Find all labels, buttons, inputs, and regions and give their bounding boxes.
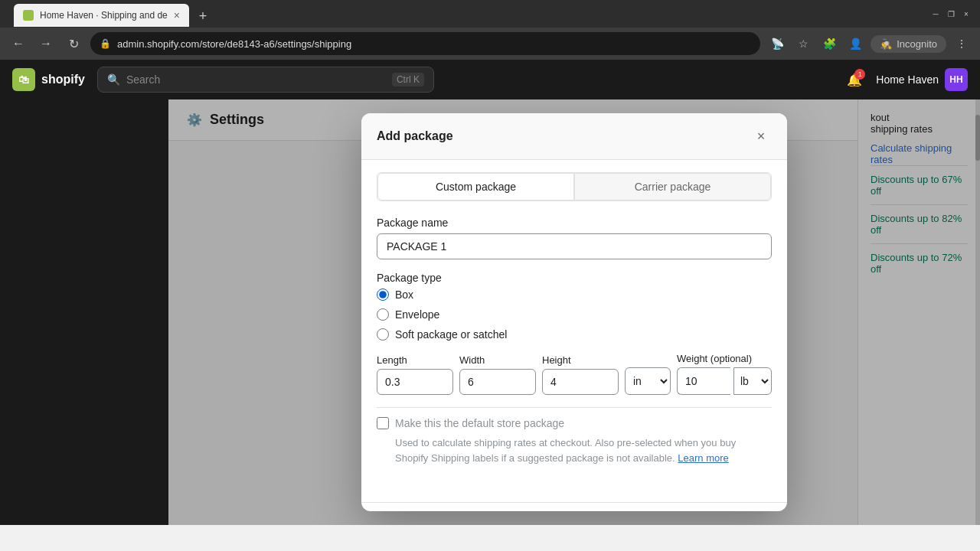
extensions-button[interactable]: 🧩 <box>818 33 840 54</box>
sidebar <box>0 99 168 525</box>
tab-close-button[interactable]: × <box>174 10 180 21</box>
header-search[interactable]: 🔍 Search Ctrl K <box>97 67 434 93</box>
shopify-bag-icon: 🛍 <box>18 73 29 86</box>
package-name-input[interactable] <box>377 233 772 259</box>
browser-chrome: Home Haven · Shipping and de × + ─ ❐ × ←… <box>0 0 980 60</box>
radio-soft-label: Soft package or satchel <box>395 328 507 341</box>
main-layout: ⚙️ Settings kout shipping rates Calculat… <box>0 99 980 525</box>
width-group: Width <box>459 354 536 395</box>
menu-button[interactable]: ⋮ <box>951 33 972 54</box>
weight-group: Weight (optional) lb kg oz <box>677 353 772 395</box>
height-label: Height <box>542 354 619 366</box>
back-button[interactable]: ← <box>8 33 29 54</box>
modal-overlay: Add package × Custom package Carrier pac… <box>168 99 980 525</box>
radio-item-soft[interactable]: Soft package or satchel <box>377 328 772 341</box>
bookmark-button[interactable]: ☆ <box>792 33 814 54</box>
shopify-header: 🛍 shopify 🔍 Search Ctrl K 🔔 1 Home Haven… <box>0 60 980 99</box>
modal-close-button[interactable]: × <box>750 126 772 147</box>
radio-envelope[interactable] <box>377 308 389 321</box>
package-name-group: Package name <box>377 217 772 259</box>
new-tab-button[interactable]: + <box>192 5 214 27</box>
toolbar-actions: 📡 ☆ 🧩 👤 🕵️ Incognito ⋮ <box>766 33 972 54</box>
radio-box-label: Box <box>395 289 413 301</box>
unit-group: in cm <box>625 353 671 395</box>
default-package-section: Make this the default store package Used… <box>377 407 772 474</box>
package-type-radio-group: Box Envelope Soft package or satchel <box>377 289 772 341</box>
reload-button[interactable]: ↻ <box>63 33 84 54</box>
default-package-label: Make this the default store package <box>395 417 564 429</box>
shopify-logo-icon: 🛍 <box>12 68 35 91</box>
window-close-button[interactable]: × <box>960 8 972 20</box>
package-type-group: Package type Box Envelope <box>377 272 772 341</box>
default-package-row: Make this the default store package <box>377 417 772 429</box>
lock-icon: 🔒 <box>100 38 111 49</box>
package-type-label: Package type <box>377 272 772 284</box>
header-right: 🔔 1 Home Haven HH <box>842 67 968 92</box>
search-icon: 🔍 <box>107 73 120 86</box>
forward-button[interactable]: → <box>35 33 57 54</box>
radio-item-envelope[interactable]: Envelope <box>377 308 772 321</box>
add-package-modal: Add package × Custom package Carrier pac… <box>361 113 787 511</box>
default-package-checkbox[interactable] <box>377 417 389 429</box>
height-input[interactable] <box>542 369 619 395</box>
custom-package-tab[interactable]: Custom package <box>377 173 574 201</box>
radio-item-box[interactable]: Box <box>377 289 772 301</box>
url-text: admin.shopify.com/store/de8143-a6/settin… <box>117 38 351 50</box>
modal-footer: Cancel Add package <box>361 502 787 511</box>
page-content: 🛍 shopify 🔍 Search Ctrl K 🔔 1 Home Haven… <box>0 60 980 525</box>
search-placeholder-text: Search <box>126 73 386 86</box>
tab-bar: Home Haven · Shipping and de × + <box>14 1 917 27</box>
search-shortcut-label: Ctrl K <box>392 73 424 86</box>
weight-input-row: lb kg oz <box>677 367 772 395</box>
content-area: ⚙️ Settings kout shipping rates Calculat… <box>168 99 980 525</box>
radio-envelope-label: Envelope <box>395 308 439 321</box>
modal-tabs-container: Custom package Carrier package <box>361 160 787 201</box>
modal-header: Add package × <box>361 113 787 160</box>
width-input[interactable] <box>459 369 536 395</box>
length-label: Length <box>377 354 453 366</box>
shopify-logo: 🛍 shopify <box>12 68 85 91</box>
length-group: Length <box>377 354 453 395</box>
modal-body: Package name Package type Box <box>361 201 787 502</box>
notification-badge: 1 <box>854 69 865 80</box>
dimension-unit-select[interactable]: in cm <box>625 367 671 395</box>
radio-soft[interactable] <box>377 328 389 341</box>
browser-toolbar: ← → ↻ 🔒 admin.shopify.com/store/de8143-a… <box>0 28 980 60</box>
window-maximize-button[interactable]: ❐ <box>945 8 957 20</box>
incognito-icon: 🕵️ <box>880 38 892 50</box>
user-info[interactable]: Home Haven HH <box>876 68 968 91</box>
height-group: Height <box>542 354 619 395</box>
radio-box[interactable] <box>377 289 389 301</box>
carrier-package-tab[interactable]: Carrier package <box>574 173 771 201</box>
length-input[interactable] <box>377 369 453 395</box>
default-package-description: Used to calculate shipping rates at chec… <box>377 435 772 465</box>
user-avatar: HH <box>945 68 968 91</box>
width-label: Width <box>459 354 536 366</box>
browser-tab-active[interactable]: Home Haven · Shipping and de × <box>14 4 189 27</box>
unit-label <box>625 353 671 364</box>
weight-label: Weight (optional) <box>677 353 772 364</box>
tab-favicon <box>23 10 34 21</box>
browser-titlebar: Home Haven · Shipping and de × + ─ ❐ × <box>0 0 980 28</box>
shopify-logo-text: shopify <box>41 73 85 86</box>
address-bar[interactable]: 🔒 admin.shopify.com/store/de8143-a6/sett… <box>90 32 760 55</box>
notifications-button[interactable]: 🔔 1 <box>842 67 867 92</box>
weight-unit-select[interactable]: lb kg oz <box>733 367 772 395</box>
weight-input[interactable] <box>677 367 730 395</box>
dimensions-row: Length Width Height <box>377 353 772 395</box>
learn-more-link[interactable]: Learn more <box>678 452 728 464</box>
window-minimize-button[interactable]: ─ <box>929 8 942 20</box>
profile-button[interactable]: 👤 <box>844 33 866 54</box>
tab-title: Home Haven · Shipping and de <box>40 10 168 21</box>
modal-title: Add package <box>377 129 453 143</box>
incognito-button[interactable]: 🕵️ Incognito <box>871 35 946 53</box>
cast-icon-button[interactable]: 📡 <box>766 33 788 54</box>
store-name-label: Home Haven <box>876 73 939 86</box>
package-name-label: Package name <box>377 217 772 229</box>
user-initials: HH <box>949 74 962 85</box>
